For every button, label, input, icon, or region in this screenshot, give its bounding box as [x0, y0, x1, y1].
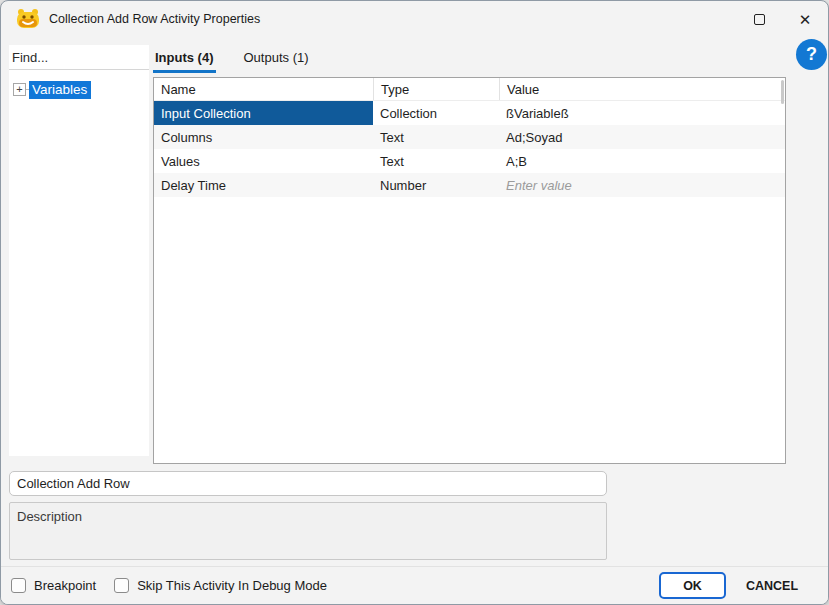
tree-item-label: Variables [29, 81, 91, 99]
cell-name[interactable]: Columns [154, 125, 373, 149]
cell-type[interactable]: Text [373, 125, 499, 149]
skip-debug-checkbox-group[interactable]: Skip This Activity In Debug Mode [114, 578, 327, 593]
cell-value[interactable]: ßVariableß [499, 101, 785, 125]
variables-sidebar: Find... + Variables [9, 45, 149, 456]
close-button[interactable]: ✕ [782, 2, 828, 36]
breakpoint-checkbox-group[interactable]: Breakpoint [11, 578, 96, 593]
close-icon: ✕ [799, 12, 812, 27]
table-header: Name Type Value [154, 78, 785, 101]
tab-inputs[interactable]: Inputs (4) [153, 46, 216, 73]
help-button[interactable]: ? [796, 39, 827, 70]
description-placeholder: Description [17, 509, 82, 524]
skip-debug-label: Skip This Activity In Debug Mode [137, 578, 327, 593]
variables-tree: + Variables [9, 70, 149, 99]
table-row[interactable]: Values Text A;B [154, 149, 785, 173]
cell-value[interactable]: Ad;Soyad [499, 125, 785, 149]
activity-name-value: Collection Add Row [17, 476, 130, 491]
cell-name[interactable]: Delay Time [154, 173, 373, 197]
cell-type[interactable]: Text [373, 149, 499, 173]
cancel-button[interactable]: CANCEL [726, 572, 818, 599]
maximize-button[interactable] [736, 2, 782, 36]
breakpoint-label: Breakpoint [34, 578, 96, 593]
cell-type[interactable]: Number [373, 173, 499, 197]
activity-name-input[interactable]: Collection Add Row [9, 471, 607, 496]
cell-type[interactable]: Collection [373, 101, 499, 125]
maximize-icon [754, 14, 765, 25]
window-title: Collection Add Row Activity Properties [49, 12, 260, 26]
footer-bar: Breakpoint Skip This Activity In Debug M… [1, 566, 828, 604]
table-row[interactable]: Input Collection Collection ßVariableß [154, 101, 785, 125]
scrollbar-thumb[interactable] [781, 80, 784, 104]
title-bar: Collection Add Row Activity Properties ✕ [1, 1, 828, 37]
tab-outputs[interactable]: Outputs (1) [242, 46, 311, 73]
tab-bar: Inputs (4) Outputs (1) [153, 45, 311, 73]
table-row[interactable]: Delay Time Number Enter value [154, 173, 785, 197]
inputs-table: Name Type Value Input Collection Collect… [153, 77, 786, 464]
cell-name[interactable]: Input Collection [154, 101, 373, 125]
find-placeholder: Find... [12, 50, 48, 65]
tree-item-variables[interactable]: + Variables [9, 80, 149, 99]
cell-name[interactable]: Values [154, 149, 373, 173]
table-row[interactable]: Columns Text Ad;Soyad [154, 125, 785, 149]
skip-debug-checkbox[interactable] [114, 578, 129, 593]
header-type[interactable]: Type [373, 78, 499, 100]
find-input[interactable]: Find... [9, 45, 149, 70]
help-icon: ? [806, 44, 817, 65]
breakpoint-checkbox[interactable] [11, 578, 26, 593]
cell-value[interactable]: A;B [499, 149, 785, 173]
header-value[interactable]: Value [499, 78, 785, 100]
robot-icon [16, 8, 40, 30]
description-textarea[interactable]: Description [9, 502, 607, 560]
activity-properties-dialog: Collection Add Row Activity Properties ✕… [0, 0, 829, 605]
expand-icon[interactable]: + [13, 83, 26, 96]
cell-value-placeholder[interactable]: Enter value [499, 173, 785, 197]
header-name[interactable]: Name [154, 78, 373, 100]
ok-button[interactable]: OK [659, 572, 726, 599]
